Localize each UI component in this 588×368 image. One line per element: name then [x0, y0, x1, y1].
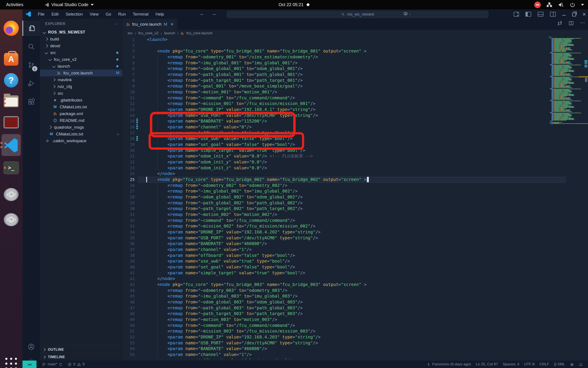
tree-item-package.xml[interactable]: package.xml [40, 110, 122, 117]
line-number: 25 [122, 177, 135, 183]
menu-help[interactable]: Help [152, 11, 167, 18]
line-number: 39 [122, 258, 135, 264]
tree-item-fcu_core_v2[interactable]: fcu_core_v2 [40, 56, 122, 63]
tab-fcu-core-launch[interactable]: fcu_core.launch M × [122, 19, 178, 30]
toggle-panel-icon[interactable] [538, 12, 544, 17]
toggle-sidebar-icon[interactable] [526, 12, 531, 17]
breadcrumb-item[interactable]: launch [164, 31, 175, 36]
git-branch-item[interactable]: main* [40, 360, 65, 368]
menu-edit[interactable]: Edit [49, 11, 62, 18]
explorer-title: EXPLORER [45, 22, 65, 26]
line-number: 36 [122, 241, 135, 247]
line-number: 56 [122, 358, 135, 359]
line-number: 3 [122, 48, 135, 54]
file-type-icon [45, 139, 50, 143]
git-modified-gutter [136, 119, 138, 124]
activity-run-debug[interactable] [23, 76, 40, 91]
tree-item-quadrotor_msgs[interactable]: quadrotor_msgs [40, 124, 122, 131]
activity-explorer[interactable] [23, 20, 41, 36]
encoding-item[interactable]: UTF-8 [522, 360, 537, 368]
dock-item-files[interactable] [3, 93, 19, 109]
close-button[interactable]: × [583, 11, 586, 17]
line-number: 49 [122, 317, 135, 323]
show-applications-button[interactable] [5, 357, 18, 368]
system-tray[interactable] [534, 1, 584, 8]
tree-item-launch[interactable]: launch [40, 63, 122, 70]
chevron-icon [52, 85, 56, 88]
minimap[interactable] [544, 35, 588, 124]
tree-item-README.md[interactable]: README.md [40, 117, 122, 124]
indentation-item[interactable]: Spaces: 4 [500, 360, 522, 368]
language-mode-item[interactable]: {} XML [552, 360, 568, 368]
activity-accounts[interactable] [23, 339, 40, 354]
tree-item-devel[interactable]: devel [40, 42, 122, 49]
cursor-position-item[interactable]: Ln 25, Col 87 [474, 360, 500, 368]
menu-file[interactable]: File [35, 11, 48, 18]
dock-item-ubuntu-software[interactable]: A [3, 51, 19, 67]
breadcrumb-item[interactable]: fcu_core.launch [186, 31, 212, 36]
tree-item-build[interactable]: build [40, 36, 122, 42]
go-forward-button[interactable]: → [211, 10, 217, 17]
line-number: 5 [122, 60, 135, 66]
breadcrumb-item[interactable]: src [128, 31, 133, 36]
scrollbar-thumb[interactable] [585, 78, 587, 82]
menu-go[interactable]: Go [103, 11, 114, 18]
dock-item-screen-recorder[interactable] [3, 114, 19, 130]
activity-search[interactable] [23, 39, 40, 54]
code-editor[interactable]: 1<launch>23 <node pkg="fcu_core" type="f… [122, 37, 588, 359]
clock[interactable]: Oct 22 05:21 [279, 2, 310, 7]
customize-layout-icon[interactable] [514, 12, 519, 17]
activity-extensions[interactable] [23, 94, 40, 109]
dock-item-dvd-1[interactable]: DVD [3, 187, 19, 202]
menu-run[interactable]: Run [115, 11, 129, 18]
tree-item-CMakeLists.txt[interactable]: MCMakeLists.txt [40, 103, 122, 110]
eol-item[interactable]: CRLF [537, 360, 552, 368]
explorer-more-actions[interactable]: ⋯ [115, 22, 119, 26]
notifications-item[interactable] [576, 360, 585, 368]
tree-item-src[interactable]: src [40, 49, 122, 56]
status-bar: >< main* 0 0 Fancinnov (6 days ago) Ln 2… [23, 360, 588, 368]
tab-close-icon[interactable]: × [171, 21, 174, 27]
menu-bar: File Edit Selection View Go Run Terminal… [35, 11, 167, 18]
breadcrumb-item[interactable]: fcu_core_v2 [138, 31, 159, 36]
open-changes-icon[interactable] [557, 20, 563, 26]
tree-item-.gitattributes[interactable]: .gitattributes [40, 97, 122, 103]
activity-bar: 1 [23, 19, 40, 360]
bell-icon [579, 362, 583, 367]
tree-item-mavlink[interactable]: mavlink [40, 76, 122, 83]
menu-view[interactable]: View [87, 11, 102, 18]
copilot-button[interactable]: ⌄ [403, 11, 411, 16]
activities-button[interactable]: Activities [0, 0, 29, 9]
dock-item-help[interactable]: ? [3, 73, 19, 88]
dock-item-vscode[interactable] [1, 134, 21, 156]
remote-indicator[interactable]: >< [23, 360, 36, 368]
line-number: 51 [122, 328, 135, 334]
restore-button[interactable] [572, 13, 576, 16]
dock-item-dvd-2[interactable]: DVD [3, 212, 19, 228]
go-back-button[interactable]: ← [200, 10, 205, 17]
command-center-search[interactable]: ros_ws_newest [227, 11, 488, 18]
line-number: 50 [122, 323, 135, 329]
tree-item-.catkin_workspace[interactable]: .catkin_workspace [40, 138, 122, 144]
tree-workspace-root[interactable]: ROS_WS_NEWEST [40, 29, 122, 36]
tree-item-CMakeLists.txt[interactable]: MCMakeLists.txt⤷ [40, 131, 122, 138]
line-number: 55 [122, 352, 135, 358]
dock-item-firefox[interactable] [3, 20, 19, 36]
commit-info-item[interactable]: Fancinnov (6 days ago) [424, 360, 474, 368]
activity-source-control[interactable]: 1 [23, 57, 40, 73]
tree-item-fcu_core.launch[interactable]: fcu_core.launchM [40, 70, 122, 76]
focused-app-menu[interactable]: Visual Studio Code [45, 2, 94, 7]
split-editor-icon[interactable] [568, 20, 574, 26]
menu-selection[interactable]: Selection [62, 11, 86, 18]
dock-item-terminal[interactable]: >_ [3, 160, 19, 176]
problems-item[interactable]: 0 0 [65, 360, 87, 368]
minimize-button[interactable] [562, 15, 566, 16]
tree-item-src[interactable]: src [40, 90, 122, 97]
menu-terminal[interactable]: Terminal [130, 11, 152, 18]
more-actions-icon[interactable]: ⋯ [580, 20, 585, 26]
panel-outline[interactable]: OUTLINE [40, 346, 122, 353]
copilot-status-item[interactable] [568, 360, 576, 368]
toggle-secondary-sidebar-icon[interactable] [550, 12, 556, 17]
tree-item-rviz_cfg[interactable]: rviz_cfg [40, 83, 122, 90]
panel-timeline[interactable]: TIMELINE [40, 353, 122, 360]
